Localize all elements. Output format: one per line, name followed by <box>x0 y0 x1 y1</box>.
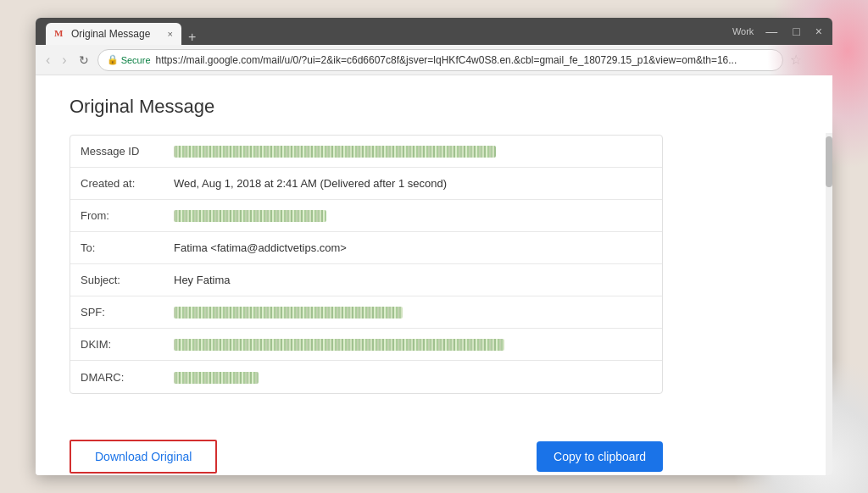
title-bar-right: Work — □ × <box>732 23 826 40</box>
download-original-button[interactable]: Download Original <box>70 440 217 474</box>
field-label: Message ID <box>70 138 164 164</box>
minimize-button[interactable]: — <box>762 23 781 40</box>
actions-area: Download Original Copy to clipboard <box>36 423 697 475</box>
secure-label: Secure <box>121 55 151 65</box>
page-title: Original Message <box>70 96 680 118</box>
field-label: DMARC: <box>70 364 164 391</box>
field-label: To: <box>70 235 164 261</box>
tab-title: Original Message <box>71 28 150 40</box>
field-value: Wed, Aug 1, 2018 at 2:41 AM (Delivered a… <box>164 170 662 197</box>
scrollbar-thumb[interactable] <box>826 136 832 187</box>
secure-badge: 🔒 Secure <box>107 54 151 65</box>
redacted-value <box>174 307 403 319</box>
extensions-icon[interactable]: ⋮ <box>809 50 826 69</box>
copy-to-clipboard-button[interactable]: Copy to clipboard <box>537 441 663 472</box>
close-window-button[interactable]: × <box>812 23 826 40</box>
url-text: https://mail.google.com/mail/u/0/?ui=2&i… <box>156 54 774 66</box>
field-label: SPF: <box>70 299 164 325</box>
field-label: Created at: <box>70 170 164 197</box>
table-row: DKIM: <box>70 329 662 361</box>
redacted-value <box>174 372 259 384</box>
field-label: Subject: <box>70 267 164 293</box>
tab-area: M Original Message × + <box>46 18 199 45</box>
gmail-tab-icon: M <box>54 28 66 40</box>
redacted-value <box>174 146 496 158</box>
title-bar: M Original Message × + Work — □ × <box>36 18 832 45</box>
field-label: DKIM: <box>70 331 164 357</box>
field-label: From: <box>70 202 164 229</box>
content-wrapper: Original Message Message IDCreated at:We… <box>36 75 714 414</box>
table-row: Created at:Wed, Aug 1, 2018 at 2:41 AM (… <box>70 168 662 200</box>
window-profile-label: Work <box>732 26 754 36</box>
table-row: SPF: <box>70 296 662 329</box>
url-bar[interactable]: 🔒 Secure https://mail.google.com/mail/u/… <box>97 49 783 71</box>
redacted-value <box>174 339 504 351</box>
page-content: Original Message Message IDCreated at:We… <box>36 75 832 475</box>
table-row: Message ID <box>70 136 662 168</box>
redacted-value <box>174 210 326 222</box>
back-button[interactable]: ‹ <box>42 51 53 69</box>
field-value <box>164 138 662 165</box>
tab-close-button[interactable]: × <box>168 29 173 39</box>
new-tab-button[interactable]: + <box>185 30 199 45</box>
field-value <box>164 202 662 230</box>
maximize-button[interactable]: □ <box>789 23 803 40</box>
field-value <box>164 363 662 391</box>
refresh-button[interactable]: ↻ <box>75 52 92 69</box>
message-details-table: Message IDCreated at:Wed, Aug 1, 2018 at… <box>70 135 663 394</box>
field-value: Fatima <fatima@addictvetips.com> <box>164 235 662 261</box>
table-row: Subject:Hey Fatima <box>70 264 662 296</box>
address-bar: ‹ › ↻ 🔒 Secure https://mail.google.com/m… <box>36 45 832 75</box>
browser-window: M Original Message × + Work — □ × ‹ › ↻ … <box>36 18 832 475</box>
table-row: From: <box>70 200 662 232</box>
forward-button[interactable]: › <box>58 51 70 69</box>
scrollbar-track[interactable] <box>826 133 832 475</box>
bookmark-icon[interactable]: ☆ <box>788 50 804 69</box>
field-value: Hey Fatima <box>164 267 662 293</box>
lock-icon: 🔒 <box>107 54 119 65</box>
browser-tab-original-message[interactable]: M Original Message × <box>46 23 181 45</box>
table-row: DMARC: <box>70 361 662 393</box>
field-value <box>164 299 662 326</box>
field-value <box>164 331 662 358</box>
table-row: To:Fatima <fatima@addictvetips.com> <box>70 232 662 264</box>
